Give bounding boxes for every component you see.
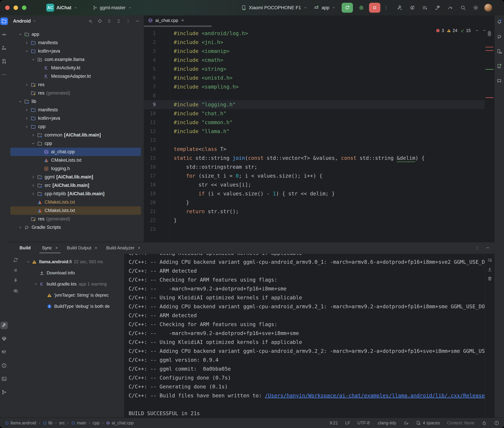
rerun-build-icon[interactable]: [13, 257, 18, 263]
terminal-icon[interactable]: [0, 375, 8, 383]
line-separator[interactable]: LF: [345, 420, 350, 425]
tree-item-cmakelists-txt[interactable]: CMakeLists.txt: [10, 156, 141, 165]
problems-icon[interactable]: [0, 362, 8, 369]
pin-icon[interactable]: [13, 278, 18, 283]
gradle-icon[interactable]: [495, 33, 503, 41]
breadcrumb-lib[interactable]: lib: [43, 420, 53, 425]
device-manager-icon[interactable]: [495, 48, 503, 55]
code-line-18[interactable]: 18 str << values[i];: [144, 180, 485, 189]
file-encoding[interactable]: UTF-8: [357, 420, 369, 425]
profiler-icon[interactable]: [446, 4, 454, 12]
device-selector[interactable]: Xiaomi POCOPHONE F1: [241, 5, 308, 11]
tree-item-manifests[interactable]: manifests: [10, 106, 141, 114]
apply-changes-icon[interactable]: [408, 4, 416, 12]
gemini-chat-icon[interactable]: [495, 77, 503, 85]
tree-item-mainactivity-kt[interactable]: MainActivity.kt: [10, 64, 141, 72]
code-line-12[interactable]: 12#include "llama.h": [144, 127, 485, 136]
close-window-button[interactable]: [5, 6, 10, 10]
tab-build-analyzer[interactable]: Build Analyzer×: [102, 242, 145, 254]
chevron-down-icon[interactable]: [17, 99, 23, 104]
code-line-2[interactable]: 2#include <jni.h>: [144, 38, 485, 47]
debug-button[interactable]: [357, 3, 366, 13]
error-stripe-mark[interactable]: [486, 69, 494, 70]
build-icon[interactable]: [395, 4, 404, 12]
code-line-22[interactable]: 22}: [144, 216, 485, 225]
code-line-17[interactable]: 17 for (size_t i = 0; i < values.size();…: [144, 172, 485, 180]
code-line-6[interactable]: 6#include <unistd.h>: [144, 74, 485, 82]
tree-item-cmakelists-txt[interactable]: CMakeLists.txt: [10, 206, 141, 215]
tab-ai-chat-cpp[interactable]: ai_chat.cpp ×: [144, 16, 188, 25]
minimize-window-button[interactable]: [14, 6, 18, 10]
build-tree-item-llama-android[interactable]: llama.android: fi22 sec, 583 ms: [23, 256, 124, 267]
code-line-21[interactable]: 21 return str.str();: [144, 207, 485, 216]
code-line-14[interactable]: 14template<class T>: [144, 145, 485, 154]
running-devices-icon[interactable]: [495, 62, 503, 70]
tree-item-manifests[interactable]: manifests: [10, 39, 141, 47]
close-tab-icon[interactable]: ×: [95, 246, 97, 250]
editor-scrollbar-thumb[interactable]: [488, 31, 491, 36]
expand-all-icon[interactable]: [107, 19, 112, 24]
close-tab-icon[interactable]: ×: [181, 18, 184, 23]
vcs-branch-selector[interactable]: ggml-master: [93, 5, 132, 10]
stop-build-icon[interactable]: [13, 268, 18, 273]
breadcrumb-src[interactable]: src: [59, 420, 65, 425]
breadcrumb-llama-android[interactable]: llama.android: [5, 420, 36, 425]
error-stripe-mark[interactable]: [486, 97, 494, 98]
tree-item-kotlin-java[interactable]: kotlin+java: [10, 114, 141, 123]
problems-status-icon[interactable]: [494, 420, 499, 426]
clang-tidy[interactable]: .clang-tidy: [377, 420, 396, 425]
code-line-20[interactable]: 20 }: [144, 198, 485, 207]
attach-debugger-icon[interactable]: [434, 4, 442, 12]
tree-item-kotlin-java[interactable]: kotlin+java: [10, 47, 141, 55]
pull-requests-icon[interactable]: [0, 58, 8, 65]
logcat-icon[interactable]: [0, 348, 8, 356]
inspections-status-icon[interactable]: [403, 420, 409, 426]
project-view-selector[interactable]: Android: [13, 18, 36, 24]
locate-file-icon[interactable]: [97, 19, 102, 24]
lock-icon[interactable]: [482, 420, 487, 426]
code-line-5[interactable]: 5#include <string>: [144, 65, 485, 74]
chevron-down-icon[interactable]: [17, 32, 23, 37]
error-stripe-mark[interactable]: [486, 47, 494, 48]
build-tree-item-jvmtarget-string-is-deprec[interactable]: 'jvmTarget: String' is deprec: [23, 290, 124, 301]
chevron-right-icon[interactable]: [31, 191, 36, 197]
breadcrumb-ai-chat-cpp[interactable]: ai_chat.cpp: [106, 420, 134, 425]
zoom-window-button[interactable]: [22, 6, 26, 10]
code-line-8[interactable]: 8: [144, 91, 485, 100]
structure-icon[interactable]: [0, 44, 8, 52]
chevron-down-icon[interactable]: [26, 259, 31, 264]
scroll-to-end-icon[interactable]: [487, 267, 492, 272]
chevron-down-icon[interactable]: [24, 49, 29, 54]
tree-item-res[interactable]: res: [10, 81, 141, 89]
ai-context[interactable]: Context: None: [447, 420, 475, 425]
code-line-15[interactable]: 15static std::string join(const std::vec…: [144, 154, 485, 163]
tab-sync[interactable]: Sync×: [38, 242, 62, 254]
tree-item-cpp[interactable]: cpp: [10, 123, 141, 131]
build-tree-item-buildtype-debug-is-both-de[interactable]: BuildType 'debug' is both de: [23, 301, 124, 312]
chevron-down-icon[interactable]: [33, 281, 38, 287]
chevron-down-icon[interactable]: [24, 124, 29, 130]
tree-item-logging-h[interactable]: logging.h: [10, 165, 141, 173]
code-line-3[interactable]: 3#include <iomanip>: [144, 47, 485, 56]
chevron-right-icon[interactable]: [24, 82, 29, 88]
build-window-label[interactable]: Build: [19, 242, 31, 254]
tree-item-src[interactable]: src [AiChat.lib.main]: [10, 181, 141, 189]
project-selector[interactable]: AC AiChat: [46, 4, 78, 12]
code-line-19[interactable]: 19 if (i < values.size() - 1) { str << d…: [144, 189, 485, 198]
tree-item-res[interactable]: res (generated): [10, 215, 141, 223]
tab-build-output[interactable]: Build Output×: [62, 242, 102, 254]
build-panel-options-icon[interactable]: [475, 246, 479, 250]
search-icon[interactable]: [459, 4, 467, 12]
chevron-right-icon[interactable]: [17, 225, 23, 230]
tree-item-gradle-scripts[interactable]: Gradle Scripts: [10, 223, 141, 231]
code-area[interactable]: 1#include <android/log.h>2#include <jni.…: [144, 29, 485, 242]
chevron-down-icon[interactable]: [31, 57, 36, 62]
filter-eye-icon[interactable]: [13, 288, 18, 294]
code-line-16[interactable]: 16 std::ostringstream str;: [144, 163, 485, 172]
chevron-right-icon[interactable]: [24, 40, 29, 46]
chevron-right-icon[interactable]: [31, 183, 36, 188]
close-tab-icon[interactable]: ×: [55, 246, 58, 250]
chevron-right-icon[interactable]: [24, 115, 29, 121]
error-stripe[interactable]: [485, 25, 495, 242]
breadcrumb-cpp[interactable]: cpp: [93, 420, 99, 425]
